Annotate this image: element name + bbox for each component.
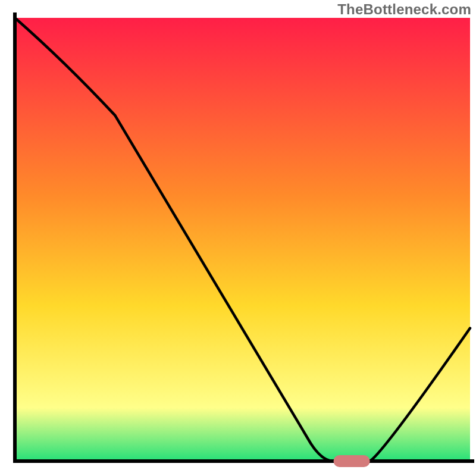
watermark-text: TheBottleneck.com	[337, 1, 471, 18]
bottleneck-chart: TheBottleneck.com	[0, 0, 476, 476]
plot-background	[15, 18, 470, 461]
chart-svg	[0, 0, 476, 476]
optimal-marker	[334, 455, 370, 467]
